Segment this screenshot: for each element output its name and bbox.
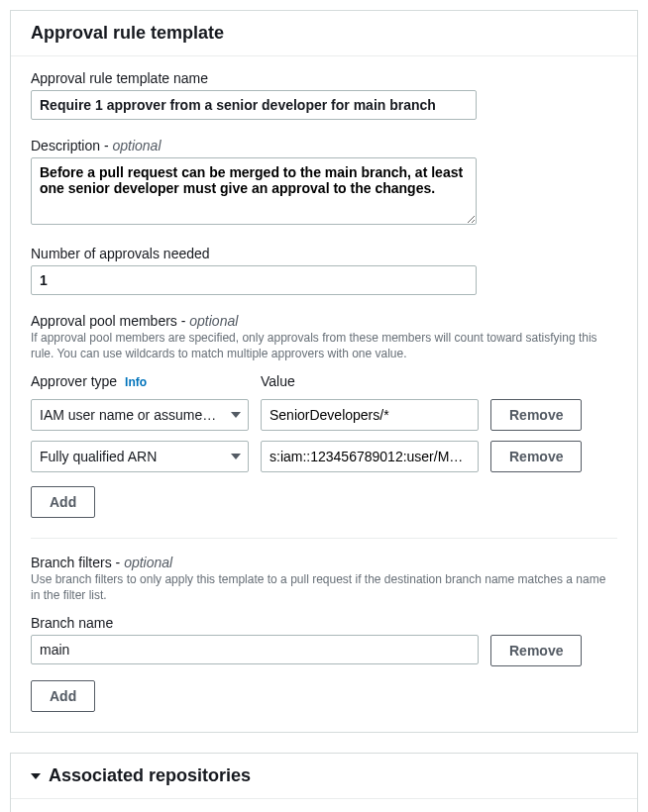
branch-row: Remove bbox=[31, 635, 617, 666]
panel-title-text: Associated repositories bbox=[49, 765, 251, 786]
branch-name-input[interactable] bbox=[31, 635, 479, 664]
pool-value-input[interactable] bbox=[261, 441, 479, 472]
add-button[interactable]: Add bbox=[31, 680, 95, 712]
remove-button[interactable]: Remove bbox=[490, 441, 582, 472]
panel-title[interactable]: Associated repositories bbox=[11, 754, 637, 799]
branch-label: Branch filters - optional bbox=[31, 555, 617, 570]
branch-section: Branch filters - optional Use branch fil… bbox=[31, 555, 617, 603]
pool-label: Approval pool members - optional bbox=[31, 313, 617, 329]
panel-title-text: Approval rule template bbox=[31, 23, 224, 44]
divider bbox=[31, 538, 617, 539]
value-header: Value bbox=[261, 373, 479, 389]
approver-type-header: Approver type Info bbox=[31, 373, 249, 389]
template-name-field: Approval rule template name bbox=[31, 70, 617, 120]
description-label: Description - optional bbox=[31, 138, 617, 153]
branch-name-label: Branch name bbox=[31, 615, 617, 631]
pool-helper: If approval pool members are specified, … bbox=[31, 331, 617, 361]
panel-title: Approval rule template bbox=[11, 11, 637, 56]
add-button[interactable]: Add bbox=[31, 486, 95, 518]
panel-body: Repositories - optional MyDemoRepo MyTes… bbox=[11, 799, 637, 812]
template-name-label: Approval rule template name bbox=[31, 70, 617, 86]
approver-type-select[interactable]: IAM user name or assumed role bbox=[31, 399, 249, 431]
approver-type-select[interactable]: Fully qualified ARN bbox=[31, 441, 249, 472]
remove-button[interactable]: Remove bbox=[490, 399, 582, 431]
template-name-input[interactable] bbox=[31, 90, 477, 120]
description-field: Description - optional bbox=[31, 138, 617, 228]
approval-rule-panel: Approval rule template Approval rule tem… bbox=[10, 10, 638, 733]
panel-body: Approval rule template name Description … bbox=[11, 56, 637, 732]
branch-helper: Use branch filters to only apply this te… bbox=[31, 572, 617, 603]
pool-section: Approval pool members - optional If appr… bbox=[31, 313, 617, 361]
expand-icon bbox=[31, 773, 41, 779]
associated-repos-panel: Associated repositories Repositories - o… bbox=[10, 753, 638, 812]
info-link[interactable]: Info bbox=[125, 375, 147, 389]
remove-button[interactable]: Remove bbox=[490, 635, 582, 666]
pool-headers: Approver type Info Value bbox=[31, 373, 617, 393]
description-textarea[interactable] bbox=[31, 157, 477, 225]
pool-value-input[interactable] bbox=[261, 399, 479, 431]
approvals-needed-label: Number of approvals needed bbox=[31, 246, 617, 261]
pool-row: IAM user name or assumed role Remove bbox=[31, 399, 617, 431]
pool-row: Fully qualified ARN Remove bbox=[31, 441, 617, 472]
approvals-needed-field: Number of approvals needed bbox=[31, 246, 617, 295]
approvals-needed-input[interactable] bbox=[31, 265, 477, 295]
